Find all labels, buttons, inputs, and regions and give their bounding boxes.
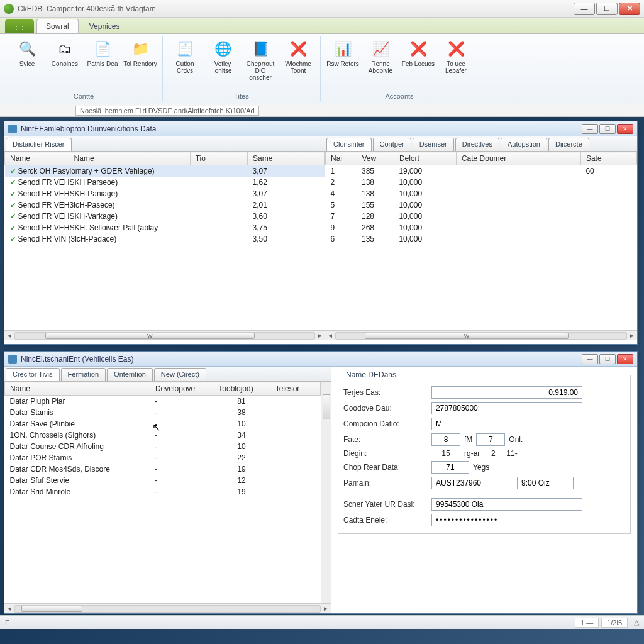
table-row[interactable]: Serck OH Pasylomary + GDER Vehiage)3,07 [5,165,325,177]
ribbon-tab-sowral[interactable]: Sowral [36,19,79,33]
table-row[interactable]: Datar Save (Plinbie-10 [5,418,321,430]
ribbon-item[interactable]: 🧾Cution Crdvs [168,36,202,81]
ribbon-item[interactable]: ❌Wiochme Toont [281,36,315,81]
tab[interactable]: Contper [373,138,411,151]
col-header[interactable]: Delort [394,152,456,165]
tab[interactable]: Ontemtion [107,368,153,381]
table-row[interactable]: Senod FR VEHSKH Parseoe)1,62 [5,177,325,188]
ribbon-item[interactable]: 📄Patnis Dea [86,36,119,67]
col-header[interactable]: Cate Doumer [456,152,580,165]
window-title: CkEDB· Camper for 400eskǎ th Vdagtam [18,4,156,13]
inp-fate-2[interactable] [476,433,505,446]
panelB-grid[interactable]: NameDevelopoveTooblojod)TelesorDatar Plu… [4,382,321,497]
col-header[interactable]: Sate [580,152,636,165]
col-header[interactable]: Developove [150,382,213,396]
table-row[interactable]: Senod FR VEHSKH-Paniage)3,07 [5,188,325,199]
inp-scner[interactable] [431,498,582,511]
inp-fate-1[interactable] [431,433,460,446]
ribbon-item[interactable]: 🔍Svice [10,36,44,67]
table-row[interactable]: 515510,000 [326,199,637,211]
col-header[interactable]: Tio [190,152,247,165]
inp-coodove[interactable] [431,402,582,414]
table-row[interactable]: Senod FR VEH3lcH-Pasece)2,01 [5,199,325,211]
inp-pamain-2[interactable] [517,477,574,489]
col-header[interactable]: Same [248,152,325,165]
tab[interactable]: Fermation [61,368,106,381]
table-row[interactable]: Datar Srid Minrole-19 [5,486,321,497]
ribbon-tab-vepnices[interactable]: Vepnices [80,19,130,33]
ribbon-item[interactable]: 🌐Veticy lonitse [206,36,240,81]
maximize-button[interactable] [596,3,618,15]
table-row[interactable]: Datar Stamis-38 [5,407,321,418]
table-row[interactable]: 1ON. Chrosseis (Sighors)-34 [5,430,321,441]
table-row[interactable]: 138519,00060 [326,165,637,177]
tab[interactable]: Clonsinter [326,138,372,151]
panelA-right-grid[interactable]: NaiVewDelortCate DoumerSate138519,000602… [325,152,637,245]
breadcrumb-strip: Noeslä lbemhiem Fiid DVSDE and/Aiofidefa… [0,104,644,117]
ribbon-item[interactable]: ❌Feb Locuos [401,36,435,74]
panelA-max[interactable]: ☐ [599,124,616,134]
col-header[interactable]: Name [5,382,150,396]
panelB-max[interactable]: ☐ [599,354,616,364]
tab[interactable]: New (Cirect) [154,368,206,381]
inp-terjes[interactable] [431,386,582,399]
tab[interactable]: Directlves [455,138,499,151]
check-icon [10,201,18,209]
panelA-close[interactable]: ✕ [617,124,633,134]
ribbon-item[interactable]: 🗂Conoines [48,36,82,67]
ribbon-item[interactable]: 📁Tol Rendory [123,36,157,67]
ribbon-item[interactable]: 📘Cheprrout DlO onscher [243,36,277,81]
col-header[interactable]: Name [69,152,190,165]
ribbon-apptab[interactable]: ⋮⋮ [5,19,34,33]
table-row[interactable]: 413810,000 [326,188,637,199]
panelA-left-hscroll[interactable]: ◄W► [4,330,325,340]
inp-compcion[interactable] [431,418,582,430]
ribbon-body: 🔍Svice🗂Conoines📄Patnis Dea📁Tol RendoryCo… [0,34,644,104]
ribbon-group: 🧾Cution Crdvs🌐Veticy lonitse📘Cheprrout D… [163,36,321,101]
tab[interactable]: Autopstion [501,138,547,151]
col-header[interactable]: Tooblojod) [213,382,270,396]
table-row[interactable]: Datar CDR Mos4Sds, Discore-19 [5,464,321,475]
panelB-hscroll[interactable]: ◄► [4,603,331,613]
tab[interactable]: Dsemser [413,138,454,151]
table-row[interactable]: Datar POR Stamis-22 [5,452,321,464]
table-row[interactable]: Datar Pluph Plar-81 [5,396,321,408]
status-left: F [5,619,9,626]
status-page1: 1 — [575,618,599,628]
inp-cadta[interactable] [431,514,582,526]
ribbon-icon: 🗂 [55,39,75,59]
panelB-min[interactable]: — [582,354,598,364]
tab[interactable]: Crecitor Tivis [6,368,60,381]
tab[interactable]: Diicercte [548,138,589,151]
minimize-button[interactable] [574,3,595,15]
inp-pamain-1[interactable] [431,477,513,489]
panelB-vscroll[interactable] [321,382,331,603]
tab-distaiolier[interactable]: Distaiolier Riscer [6,138,72,151]
close-button[interactable] [619,3,640,15]
table-row[interactable]: Datar Counse CDR Alfroling-10 [5,441,321,452]
table-row[interactable]: Senod FR VEHSKH. Selloivær Pall (ablay3,… [5,222,325,233]
table-row[interactable]: Senod FR VlN (3lcH-Padace)3,50 [5,233,325,245]
form-fieldset: Name DEDans Terjes Eas: Coodove Dau: Com… [338,370,631,534]
table-row[interactable]: 926810,000 [326,222,637,233]
col-header[interactable]: Telesor [270,382,320,396]
ribbon-item[interactable]: 📊Rsw Reters [326,36,360,74]
col-header[interactable]: Name [5,152,69,165]
panelA-right-hscroll[interactable]: ◄W► [325,330,637,340]
table-row[interactable]: Senod FR VEHSKH-Varkage)3,60 [5,211,325,222]
ribbon-label: Veticy lonitse [206,60,240,74]
panelA-left-grid[interactable]: NameNameTioSameSerck OH Pasylomary + GDE… [4,152,325,245]
panelA-min[interactable]: — [582,124,598,134]
ribbon-item[interactable]: ❌To uce Lebafer [439,36,473,74]
panelB-close[interactable]: ✕ [617,354,633,364]
col-header[interactable]: Vew [357,152,394,165]
col-header[interactable]: Nai [326,152,357,165]
table-row[interactable]: 213810,000 [326,177,637,188]
table-row[interactable]: 712810,000 [326,211,637,222]
ribbon-item[interactable]: 📈Renne Abopivie [364,36,397,74]
ribbon-label: To uce Lebafer [439,60,473,74]
table-row[interactable]: 613510,000 [326,233,637,245]
inp-chop[interactable] [431,461,469,474]
table-row[interactable]: Datar Sfuf Stervie-12 [5,475,321,486]
panelA-title: NintEFamlebiopron Diunvenicitions Data [21,125,156,133]
